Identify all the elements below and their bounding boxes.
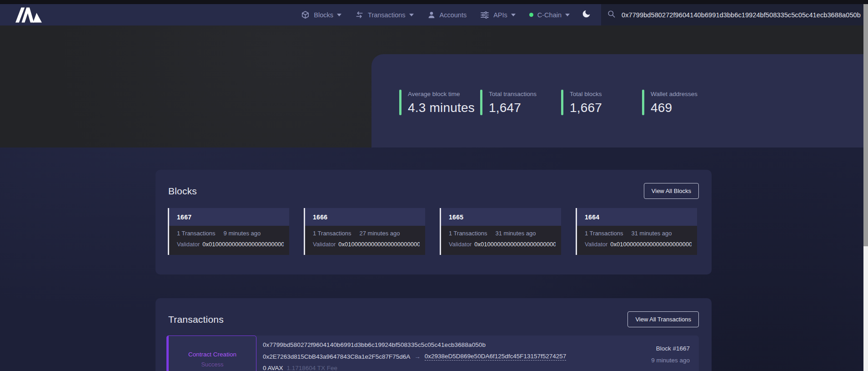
sliders-icon [480,11,489,19]
blocks-title: Blocks [168,186,197,197]
transaction-row[interactable]: Contract Creation Success 0x7799bd580272… [166,335,699,371]
block-card-body: 1 Transactions 31 minutes ago Validator … [441,226,561,255]
navbar: Blocks Transactions Accounts [0,4,868,25]
cube-icon [301,10,310,19]
block-card-edge [576,208,577,255]
avalanche-logo[interactable] [15,7,42,23]
nav-item-label: C-Chain [537,11,562,19]
validator-address[interactable]: 0x0100000000000000000000000... [202,241,284,248]
nav-item-label: APIs [493,11,507,19]
window-top-strip [0,0,868,4]
block-age: 31 minutes ago [496,230,536,237]
transaction-age: 9 minutes ago [651,357,690,364]
block-tx-count: 1 Transactions [585,230,623,237]
validator-label: Validator [177,241,200,248]
transactions-panel: Transactions View All Transactions Contr… [156,298,712,371]
validator-label: Validator [313,241,336,248]
blocks-panel-header: Blocks View All Blocks [168,183,699,199]
validator-address[interactable]: 0x0100000000000000000000000... [610,241,692,248]
stat-accent-bar [561,90,563,115]
transfer-arrows-icon [355,10,364,19]
block-card[interactable]: 1665 1 Transactions 31 minutes ago Valid… [440,208,561,255]
transaction-block-link[interactable]: Block #1667 [651,345,690,352]
block-card-edge [440,208,441,255]
nav-item-blocks[interactable]: Blocks [301,10,341,19]
block-card-body: 1 Transactions 31 minutes ago Validator … [577,226,697,255]
transaction-details: 0x7799bd580272f9604140b6991d3bb6c19924bf… [263,341,566,371]
block-tx-count: 1 Transactions [449,230,487,237]
person-icon [427,11,436,19]
block-age: 9 minutes ago [224,230,261,237]
stat-total-transactions: Total transactions 1,647 [480,90,561,115]
block-tx-count: 1 Transactions [313,230,351,237]
stat-total-blocks: Total blocks 1,667 [561,90,642,115]
block-card-edge [168,208,169,255]
stats-row: Average block time 4.3 minutes Total tra… [399,90,723,115]
chevron-down-icon [409,14,414,16]
transaction-type-cell: Contract Creation Success [166,335,256,371]
stat-accent-bar [642,90,644,115]
block-card-header: 1664 [577,208,697,226]
chevron-down-icon [511,14,516,16]
blocks-panel: Blocks View All Blocks 1667 1 Transactio… [156,170,712,274]
transactions-title: Transactions [168,314,224,325]
nav-item-accounts[interactable]: Accounts [427,11,467,19]
search-input[interactable]: 0x7799bd580272f9604140b6991d3bb6c19924bf… [622,11,861,19]
stat-label: Average block time [408,90,475,97]
validator-address[interactable]: 0x0100000000000000000000000... [474,241,556,248]
view-all-blocks-button[interactable]: View All Blocks [644,183,699,199]
main-content: Blocks View All Blocks 1667 1 Transactio… [0,147,868,371]
page-scrollbar[interactable] [863,4,868,371]
search-icon [607,10,616,20]
chain-status-dot [529,13,533,17]
block-cards-row: 1667 1 Transactions 9 minutes ago Valida… [168,208,697,255]
hero-section: Average block time 4.3 minutes Total tra… [0,25,868,147]
block-number[interactable]: 1665 [449,213,463,221]
block-number[interactable]: 1666 [313,213,327,221]
stat-value: 1,647 [489,101,537,115]
block-tx-count: 1 Transactions [177,230,216,237]
stat-value: 1,667 [570,101,602,115]
transaction-fee: 1.1718604 TX Fee [287,365,338,371]
chevron-down-icon [337,14,341,16]
network-stats-card: Average block time 4.3 minutes Total tra… [371,54,868,147]
transaction-amount: 0 AVAX [263,365,283,371]
stat-wallet-addresses: Wallet addresses 469 [642,90,723,115]
stat-accent-bar [480,90,482,115]
view-all-transactions-button[interactable]: View All Transactions [627,311,699,327]
validator-label: Validator [449,241,472,248]
stat-label: Total transactions [489,90,537,97]
nav-item-apis[interactable]: APIs [480,11,516,19]
stat-value: 4.3 minutes [408,101,475,115]
nav-item-chain-selector[interactable]: C-Chain [529,11,570,19]
scrollbar-thumb[interactable] [863,4,868,246]
block-card-body: 1 Transactions 27 minutes ago Validator … [305,226,425,255]
block-number[interactable]: 1667 [177,213,191,221]
block-number[interactable]: 1664 [585,213,599,221]
block-card-body: 1 Transactions 9 minutes ago Validator 0… [169,226,289,255]
nav-item-label: Blocks [314,11,333,19]
dark-mode-toggle[interactable] [582,9,591,20]
stat-value: 469 [651,101,697,115]
stat-accent-bar [399,90,401,115]
nav-item-label: Accounts [440,11,467,19]
validator-address[interactable]: 0x0100000000000000000000000... [338,241,420,248]
block-card-header: 1665 [441,208,561,226]
arrow-right-icon: → [414,353,421,360]
nav-item-label: Transactions [368,11,405,19]
stat-label: Wallet addresses [651,90,697,97]
validator-label: Validator [585,241,607,248]
block-card[interactable]: 1667 1 Transactions 9 minutes ago Valida… [168,208,289,255]
block-card[interactable]: 1666 1 Transactions 27 minutes ago Valid… [304,208,425,255]
block-card-header: 1667 [169,208,289,226]
transactions-panel-header: Transactions View All Transactions [168,311,699,327]
transaction-type: Contract Creation [188,351,236,358]
from-address-link[interactable]: 0x2E7263d815CbB43a9647843C8a1e2F5c87F75d… [263,353,410,360]
transaction-hash-link[interactable]: 0x7799bd580272f9604140b6991d3bb6c19924bf… [263,341,566,348]
to-address-link[interactable]: 0x2938eD5D869e50DA6f125dfc45F13157f52742… [425,353,567,361]
block-age: 31 minutes ago [632,230,672,237]
search-bar[interactable]: 0x7799bd580272f9604140b6991d3bb6c19924bf… [601,4,868,25]
transaction-meta: Block #1667 9 minutes ago [651,345,690,364]
block-card[interactable]: 1664 1 Transactions 31 minutes ago Valid… [576,208,697,255]
nav-item-transactions[interactable]: Transactions [355,10,413,19]
